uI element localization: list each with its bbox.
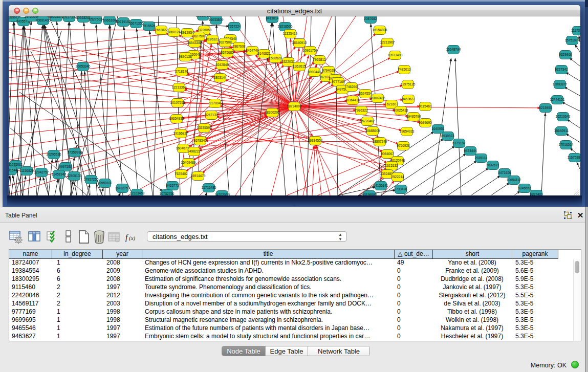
node-label: 20691406	[36, 18, 51, 22]
red-edge[interactable]	[128, 106, 294, 195]
table-row-18724007[interactable]: 1872400712008Changes of HCN gene express…	[9, 259, 581, 267]
cell-pagerank: 5.3E-5	[515, 259, 557, 267]
table-select-dropdown[interactable]: citations_edges.txt ▲▼	[147, 231, 347, 242]
black-edge[interactable]	[448, 168, 489, 195]
cell-name: 18300295	[12, 275, 51, 283]
red-edge[interactable]	[9, 106, 294, 173]
black-edge[interactable]	[137, 28, 153, 195]
cell-short: Tibbo et al. (1998)	[433, 308, 511, 316]
table-row-9115460[interactable]: 911546021997Tourette syndrome. Phenomeno…	[9, 283, 581, 292]
node-label: 19654933	[169, 117, 184, 120]
node-label: 62160	[387, 102, 396, 106]
cell-out_de: 0	[397, 324, 432, 333]
red-edge[interactable]	[188, 131, 373, 148]
node-label: 7485013	[398, 68, 411, 71]
table-header-row: namein_degreeyeartitle△ out_de…shortpage…	[9, 250, 581, 259]
new-file-icon[interactable]	[78, 230, 91, 244]
node-label: 917004	[209, 101, 221, 105]
table-mode-icon[interactable]	[9, 230, 23, 244]
black-edge[interactable]	[541, 113, 546, 195]
table-row-22420046[interactable]: 2242004622012Investigating the contribut…	[9, 292, 581, 300]
table-row-19384554[interactable]: 1938455462009Genome-wide association stu…	[9, 267, 581, 275]
tab-network-table[interactable]: Network Table	[308, 346, 369, 356]
scrollbar-thumb[interactable]	[575, 261, 579, 273]
edge-arrowhead	[55, 21, 58, 25]
red-edge[interactable]	[9, 40, 208, 57]
table-vertical-scrollbar[interactable]	[573, 259, 580, 341]
red-edge[interactable]	[205, 141, 380, 142]
table-row-14569117[interactable]: 1456911722003Disruption of a novel membe…	[9, 300, 581, 308]
edge-arrowhead	[80, 71, 83, 75]
black-edge[interactable]	[455, 58, 461, 195]
node-label: 14702039	[215, 193, 230, 195]
float-window-icon[interactable]	[563, 211, 573, 220]
black-edge[interactable]	[149, 31, 169, 195]
node-label: 20206536	[47, 152, 61, 156]
black-edge[interactable]	[124, 27, 138, 195]
cell-title: Structural magnetic resonance image aver…	[145, 316, 394, 324]
red-edge[interactable]	[219, 105, 387, 174]
close-panel-icon[interactable]: ✕	[576, 211, 584, 220]
cell-short: Nakamura et al. (1997)	[433, 324, 511, 333]
edge-arrowhead	[289, 38, 292, 42]
column-header-out_de[interactable]: △ out_de…	[395, 250, 433, 259]
citation-graph[interactable]: 2089611814055713217206442069140619565370…	[9, 16, 580, 195]
table-row-9465546[interactable]: 946554611997Estimation of the future num…	[9, 324, 581, 333]
node-label: 16782759	[115, 186, 130, 190]
column-header-name[interactable]: name	[9, 250, 52, 259]
black-edge[interactable]	[72, 16, 118, 195]
show-columns-icon[interactable]	[28, 230, 41, 244]
cell-in_degree: 2	[57, 300, 102, 308]
table-row-9699695[interactable]: 969969511998Structural magnetic resonanc…	[9, 316, 581, 324]
cell-pagerank: 5.3E-5	[515, 308, 557, 316]
red-edge[interactable]	[287, 156, 383, 195]
black-edge[interactable]	[49, 159, 52, 195]
window-titlebar[interactable]: citations_edges.txt	[9, 5, 580, 16]
node-label: 9699695	[419, 121, 432, 124]
black-edge[interactable]	[84, 23, 97, 195]
node-label: 9115460	[419, 104, 432, 108]
tab-edge-table[interactable]: Edge Table	[266, 346, 308, 356]
black-edge[interactable]	[426, 161, 477, 195]
edge-arrowhead	[202, 20, 204, 24]
node-label: 10107553	[170, 101, 185, 104]
node-label: 9794028	[322, 69, 335, 72]
red-edge[interactable]	[294, 106, 307, 195]
node-label: 9498222	[187, 149, 201, 153]
delete-icon[interactable]	[93, 230, 106, 244]
node-label: 17957255	[84, 178, 99, 181]
new-column-icon[interactable]	[62, 230, 76, 244]
splitter-handle-icon[interactable]: ▲	[291, 203, 297, 206]
node-label: 7663822	[155, 28, 168, 32]
red-edge[interactable]	[9, 29, 157, 30]
black-edge[interactable]	[10, 128, 87, 195]
network-canvas[interactable]: 2089611814055713217206442069140619565370…	[9, 16, 580, 195]
red-edge[interactable]	[294, 16, 307, 106]
column-header-short[interactable]: short	[433, 250, 512, 259]
node-label: 15692911	[554, 129, 569, 133]
black-edge[interactable]	[154, 16, 159, 195]
cell-year: 1997	[106, 283, 141, 292]
node-label: 3675685	[221, 51, 234, 54]
node-label: 10654112	[507, 178, 521, 182]
select-all-icon[interactable]	[46, 230, 59, 244]
cell-pagerank: 5.5E-5	[515, 292, 557, 300]
cell-out_de: 0	[397, 316, 432, 324]
table-row-9777169[interactable]: 977716911998Corpus callosum shape and si…	[9, 308, 581, 316]
node-label: 12942757	[34, 170, 49, 174]
column-header-in_degree[interactable]: in_degree	[52, 250, 103, 259]
column-header-pagerank[interactable]: pagerank	[512, 250, 558, 259]
black-edge[interactable]	[96, 24, 110, 195]
cell-pagerank: 5.3E-5	[515, 333, 557, 341]
delete-table-icon[interactable]	[107, 230, 121, 244]
cell-pagerank: 5.6E-5	[515, 267, 557, 275]
column-header-year[interactable]: year	[103, 250, 142, 259]
tab-node-table[interactable]: Node Table	[222, 346, 266, 356]
resize-grip-icon[interactable]	[573, 188, 580, 195]
red-edge[interactable]	[294, 16, 332, 106]
table-row-9463627[interactable]: 946362711997Embryonic stem cells: a mode…	[9, 333, 581, 341]
column-header-title[interactable]: title	[142, 250, 395, 259]
panel-right-scroll-strip[interactable]	[585, 207, 588, 372]
function-builder-icon[interactable]: f (x)	[125, 230, 138, 244]
table-row-18300295[interactable]: 1830029562008Estimation of significance …	[9, 275, 581, 283]
